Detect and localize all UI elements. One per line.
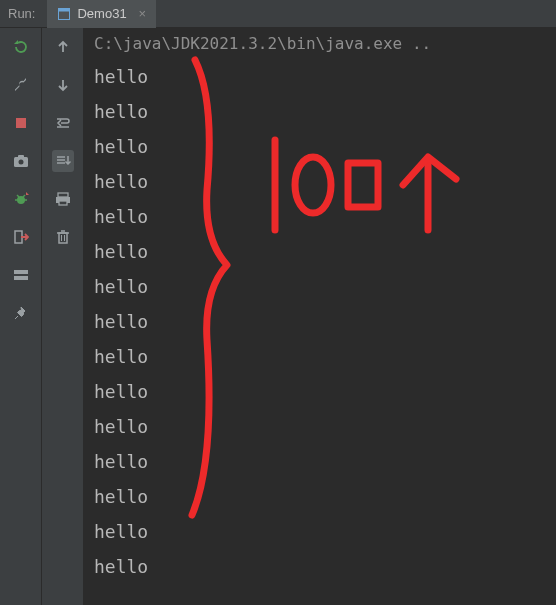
arrow-up-button[interactable] xyxy=(52,36,74,58)
svg-rect-2 xyxy=(16,118,26,128)
output-line: hello xyxy=(94,374,546,409)
output-line: hello xyxy=(94,59,546,94)
output-line: hello xyxy=(94,304,546,339)
output-line: hello xyxy=(94,164,546,199)
arrow-down-button[interactable] xyxy=(52,74,74,96)
output-line: hello xyxy=(94,234,546,269)
output-line: hello xyxy=(94,514,546,549)
svg-line-10 xyxy=(23,195,25,197)
output-line: hello xyxy=(94,549,546,584)
exit-button[interactable] xyxy=(10,226,32,248)
output-line: hello xyxy=(94,444,546,479)
output-line: hello xyxy=(94,269,546,304)
camera-button[interactable] xyxy=(10,150,32,172)
output-line: hello xyxy=(94,409,546,444)
debug-button[interactable] xyxy=(10,188,32,210)
console-output: hellohellohellohellohellohellohellohello… xyxy=(84,53,556,594)
scroll-to-end-button[interactable] xyxy=(52,150,74,172)
console-action-gutter xyxy=(42,28,84,605)
layout-button[interactable] xyxy=(10,264,32,286)
console-panel[interactable]: C:\java\JDK2021.3.2\bin\java.exe .. hell… xyxy=(84,28,556,605)
build-button[interactable] xyxy=(10,74,32,96)
print-button[interactable] xyxy=(52,188,74,210)
soft-wrap-button[interactable] xyxy=(52,112,74,134)
command-line: C:\java\JDK2021.3.2\bin\java.exe .. xyxy=(84,28,556,53)
run-config-tab[interactable]: Demo31 × xyxy=(47,0,156,28)
tab-label: Demo31 xyxy=(77,6,126,21)
output-line: hello xyxy=(94,199,546,234)
output-line: hello xyxy=(94,129,546,164)
svg-rect-21 xyxy=(59,201,67,205)
pin-button[interactable] xyxy=(10,302,32,324)
stop-button[interactable] xyxy=(10,112,32,134)
svg-rect-4 xyxy=(18,155,24,158)
svg-marker-11 xyxy=(26,192,29,195)
svg-rect-22 xyxy=(59,233,67,243)
output-line: hello xyxy=(94,479,546,514)
svg-rect-19 xyxy=(58,193,68,197)
svg-point-5 xyxy=(18,160,23,165)
run-tool-header: Run: Demo31 × xyxy=(0,0,556,28)
run-label: Run: xyxy=(8,6,35,21)
rerun-button[interactable] xyxy=(10,36,32,58)
svg-rect-13 xyxy=(14,270,28,274)
run-tool-body: C:\java\JDK2021.3.2\bin\java.exe .. hell… xyxy=(0,28,556,605)
svg-rect-12 xyxy=(15,231,22,243)
close-icon[interactable]: × xyxy=(139,6,147,21)
svg-line-9 xyxy=(17,195,19,197)
output-line: hello xyxy=(94,94,546,129)
primary-action-gutter xyxy=(0,28,42,605)
svg-rect-14 xyxy=(14,276,28,280)
output-line: hello xyxy=(94,339,546,374)
trash-button[interactable] xyxy=(52,226,74,248)
application-icon xyxy=(57,7,71,21)
svg-rect-1 xyxy=(59,8,70,11)
